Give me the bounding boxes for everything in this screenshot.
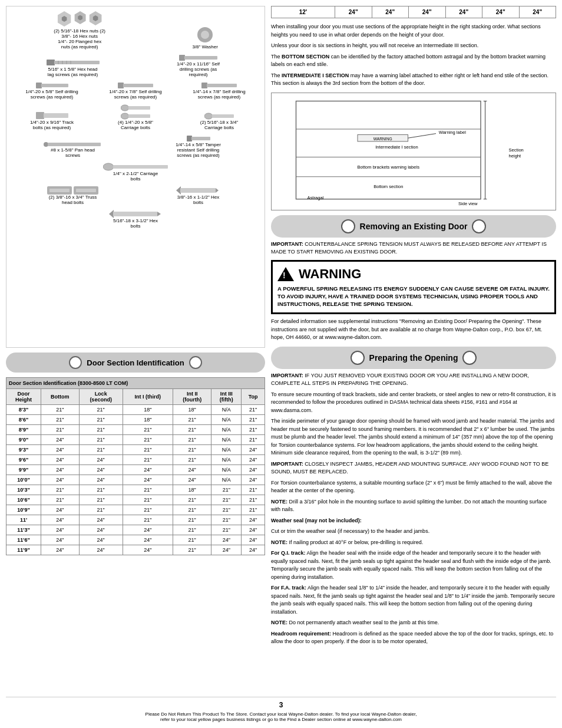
hex-bolts-large-shape — [109, 210, 162, 218]
table-cell: 9'6" — [6, 455, 41, 465]
bold-bottom: BOTTOM SECTION — [282, 54, 329, 60]
table-cell: 18" — [123, 415, 173, 425]
table-cell: 21" — [79, 505, 123, 515]
svg-rect-27 — [48, 143, 101, 146]
qi-track-label: For Q.I. track: — [271, 550, 306, 556]
track-bolts-item: 1/4"-20 x 9/16" Track bolts (as required… — [25, 111, 78, 130]
self-drill-78a-label: 1/4"-20 x 7/8" Self drilling screws (as … — [109, 89, 162, 100]
table-cell: 24" — [123, 475, 173, 485]
intermediate-section-label: Intermediate I section — [375, 144, 418, 150]
table-cell: 21" — [79, 445, 123, 455]
table-row: 9'3"24"21"21"21"N/A24" — [6, 445, 265, 455]
preparing-important2-body: CLOSELY INSPECT JAMBS, HEADER AND MOUNTI… — [271, 461, 548, 475]
stacking-cell-12: 12' — [272, 6, 335, 18]
stacking-cell-24-3: 24" — [409, 6, 446, 18]
svg-marker-40 — [109, 210, 114, 218]
table-cell: 24" — [41, 535, 79, 545]
table-cell: 10'3" — [6, 485, 41, 495]
carriage-58-item: (4) 1/4"-20 x 5/8" Carriage bolts — [109, 104, 162, 130]
table-cell: 24" — [41, 505, 79, 515]
svg-rect-34 — [49, 189, 70, 192]
svg-rect-25 — [212, 114, 234, 118]
svg-rect-18 — [36, 112, 44, 119]
table-row: 11'9"24"24"24"21"24"24" — [6, 545, 265, 555]
removing-important-body: COUNTERBALANCE SPRING TENSION MUST ALWAY… — [271, 241, 547, 255]
intro-text-2: Unless your door is six sections in heig… — [271, 42, 556, 50]
svg-rect-36 — [76, 189, 96, 192]
table-row: 8'6"21"21"18"21"N/A21" — [6, 415, 265, 425]
stacking-cell-24-5: 24" — [482, 6, 520, 18]
hex-bolts-large-label: 5/16"-18 x 3-1/2" Hex bolts — [109, 218, 162, 229]
svg-rect-6 — [179, 55, 185, 61]
table-cell: 21" — [211, 485, 242, 495]
weather-seal-label: Weather seal (may not be included): — [271, 518, 362, 523]
table-row: 9'6"24"24"21"21"N/A24" — [6, 455, 265, 465]
self-drill-58-item: 1/4"-20 x 5/8" Self drilling screws (as … — [25, 82, 78, 100]
table-cell: 24" — [242, 465, 265, 475]
table-cell: 24" — [173, 475, 211, 485]
preparing-para2: The inside perimeter of your garage door… — [271, 417, 556, 457]
table-cell: 21" — [242, 415, 265, 425]
svg-rect-1 — [54, 61, 100, 64]
table-cell: 24" — [79, 545, 123, 555]
table-cell: 21" — [242, 435, 265, 445]
table-cell: 10'0" — [6, 475, 41, 485]
self-drill-shape — [179, 54, 217, 61]
table-cell: 24" — [211, 545, 242, 555]
washer-label: 3/8" Washer — [192, 44, 217, 50]
lag-screws-label: 5/16" x 1 5/8" Hex head lag screws (as r… — [47, 67, 100, 77]
svg-point-22 — [121, 113, 129, 119]
section-height-label: Section — [509, 147, 524, 153]
removing-circle-right — [472, 219, 486, 233]
svg-rect-10 — [41, 84, 68, 87]
self-drill-78b-item: 1/4"-14 x 7/8" Self drilling screws (as … — [193, 82, 246, 100]
table-row: 11'24"24"21"21"21"24" — [6, 515, 265, 525]
table-cell: 24" — [123, 525, 173, 535]
stacking-cell-24-6: 24" — [520, 6, 556, 18]
self-drill-58-label: 1/4"-20 x 5/8" Self drilling screws (as … — [25, 89, 78, 100]
table-cell: 21" — [242, 405, 265, 415]
note3: NOTE: Do not permanently attach weather … — [271, 619, 556, 627]
removing-important-label: IMPORTANT: — [271, 241, 303, 247]
warning-body-text: A POWERFUL SPRING RELEASING ITS ENERGY S… — [277, 285, 550, 308]
left-column: (2) 5/16"-18 Hex nuts (2) 3/8"- 16 Hex n… — [6, 6, 265, 692]
svg-rect-19 — [44, 113, 68, 118]
table-cell: 24" — [41, 515, 79, 525]
pan-screw-shape — [44, 141, 103, 147]
stacking-cell-24-1: 24" — [335, 6, 372, 18]
weather-seal-text: Cut or trim the weather seal (if necessa… — [271, 528, 556, 536]
col-int3: Int III(fifth) — [211, 389, 242, 405]
table-cell: 21" — [123, 435, 173, 445]
table-cell: 9'9" — [6, 465, 41, 475]
astragal-label: Astragal — [308, 195, 324, 200]
self-drill-1116-label: 1/4"-20 x 11/16" Self drilling screws (a… — [172, 61, 225, 77]
hex-bolts-shape — [176, 186, 220, 195]
carriage-large-shape — [103, 163, 168, 171]
table-row: 10'3"21"21"21"18"21"21" — [6, 485, 265, 495]
table-cell: 21" — [173, 495, 211, 505]
col-lock: Lock(second) — [79, 389, 123, 405]
fa-track-body: Align the header seal 1/8" to 1/4" insid… — [271, 585, 555, 615]
table-cell: 21" — [41, 415, 79, 425]
table-cell: 21" — [123, 505, 173, 515]
table-cell: 21" — [211, 515, 242, 525]
svg-text:WARNING: WARNING — [373, 137, 392, 141]
table-cell: 24" — [242, 535, 265, 545]
fa-track: For F.A. track: Align the header seal 1/… — [271, 584, 556, 616]
note2-body: If nailing product at 40°F or below, pre… — [289, 539, 424, 545]
table-cell: 21" — [173, 545, 211, 555]
note2: NOTE: If nailing product at 40°F or belo… — [271, 539, 556, 547]
carriage-large-item: 1/4" x 2-1/2" Carriage bolts — [109, 163, 162, 182]
table-cell: 21" — [242, 485, 265, 495]
svg-point-20 — [121, 105, 129, 111]
qi-track: For Q.I. track: Align the header seal wi… — [271, 549, 556, 581]
hex-nuts-item: (2) 5/16"-18 Hex nuts (2) 3/8"- 16 Hex n… — [53, 11, 106, 50]
truss-bolts-shape — [47, 186, 98, 195]
tamper-shape — [187, 135, 210, 142]
intermediate-section-text: The INTERMEDIATE I SECTION may have a wa… — [271, 72, 556, 88]
carriage-34-shape — [204, 113, 234, 120]
table-cell: 21" — [173, 455, 211, 465]
table-cell: 24" — [41, 525, 79, 535]
hw-row-4: 1/4"-20 x 9/16" Track bolts (as required… — [11, 104, 260, 130]
table-cell: 21" — [79, 415, 123, 425]
